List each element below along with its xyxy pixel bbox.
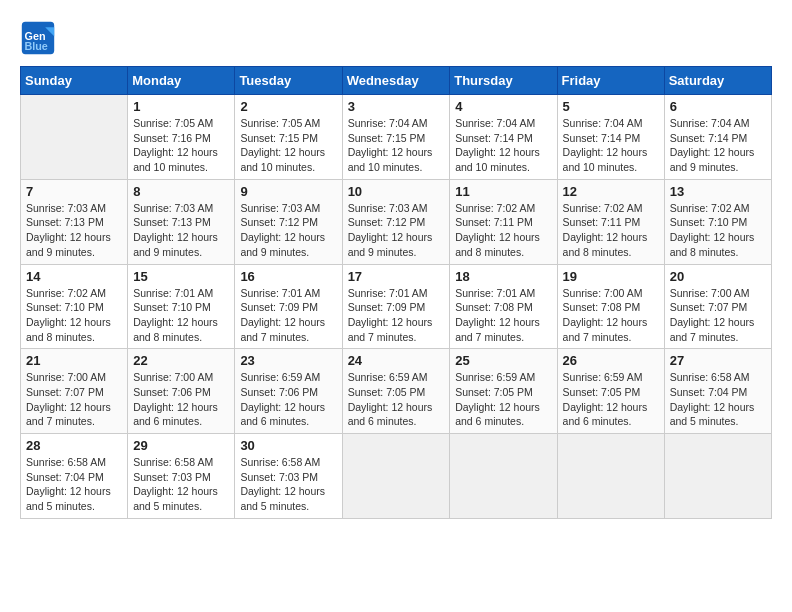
calendar-cell: 8Sunrise: 7:03 AM Sunset: 7:13 PM Daylig… <box>128 179 235 264</box>
calendar-cell <box>342 434 450 519</box>
day-number: 19 <box>563 269 659 284</box>
day-number: 25 <box>455 353 551 368</box>
day-info: Sunrise: 7:01 AM Sunset: 7:09 PM Dayligh… <box>348 286 445 345</box>
day-info: Sunrise: 7:04 AM Sunset: 7:14 PM Dayligh… <box>455 116 551 175</box>
calendar-cell: 5Sunrise: 7:04 AM Sunset: 7:14 PM Daylig… <box>557 95 664 180</box>
day-info: Sunrise: 7:04 AM Sunset: 7:14 PM Dayligh… <box>563 116 659 175</box>
calendar: SundayMondayTuesdayWednesdayThursdayFrid… <box>20 66 772 519</box>
logo-icon: Gen Blue <box>20 20 56 56</box>
calendar-cell: 17Sunrise: 7:01 AM Sunset: 7:09 PM Dayli… <box>342 264 450 349</box>
calendar-cell: 29Sunrise: 6:58 AM Sunset: 7:03 PM Dayli… <box>128 434 235 519</box>
calendar-cell: 24Sunrise: 6:59 AM Sunset: 7:05 PM Dayli… <box>342 349 450 434</box>
day-info: Sunrise: 7:00 AM Sunset: 7:07 PM Dayligh… <box>26 370 122 429</box>
weekday-header-wednesday: Wednesday <box>342 67 450 95</box>
day-number: 2 <box>240 99 336 114</box>
weekday-header-thursday: Thursday <box>450 67 557 95</box>
day-number: 3 <box>348 99 445 114</box>
logo: Gen Blue <box>20 20 62 56</box>
day-number: 5 <box>563 99 659 114</box>
day-number: 28 <box>26 438 122 453</box>
calendar-cell: 9Sunrise: 7:03 AM Sunset: 7:12 PM Daylig… <box>235 179 342 264</box>
day-info: Sunrise: 7:03 AM Sunset: 7:13 PM Dayligh… <box>26 201 122 260</box>
calendar-cell: 21Sunrise: 7:00 AM Sunset: 7:07 PM Dayli… <box>21 349 128 434</box>
day-info: Sunrise: 7:03 AM Sunset: 7:12 PM Dayligh… <box>240 201 336 260</box>
calendar-week-row: 21Sunrise: 7:00 AM Sunset: 7:07 PM Dayli… <box>21 349 772 434</box>
day-info: Sunrise: 7:04 AM Sunset: 7:15 PM Dayligh… <box>348 116 445 175</box>
day-number: 23 <box>240 353 336 368</box>
calendar-cell: 14Sunrise: 7:02 AM Sunset: 7:10 PM Dayli… <box>21 264 128 349</box>
calendar-cell: 3Sunrise: 7:04 AM Sunset: 7:15 PM Daylig… <box>342 95 450 180</box>
day-number: 8 <box>133 184 229 199</box>
calendar-cell: 18Sunrise: 7:01 AM Sunset: 7:08 PM Dayli… <box>450 264 557 349</box>
calendar-cell <box>450 434 557 519</box>
day-info: Sunrise: 7:01 AM Sunset: 7:09 PM Dayligh… <box>240 286 336 345</box>
day-info: Sunrise: 7:05 AM Sunset: 7:16 PM Dayligh… <box>133 116 229 175</box>
day-number: 14 <box>26 269 122 284</box>
calendar-week-row: 28Sunrise: 6:58 AM Sunset: 7:04 PM Dayli… <box>21 434 772 519</box>
calendar-cell: 27Sunrise: 6:58 AM Sunset: 7:04 PM Dayli… <box>664 349 771 434</box>
day-info: Sunrise: 7:02 AM Sunset: 7:10 PM Dayligh… <box>670 201 766 260</box>
weekday-header-row: SundayMondayTuesdayWednesdayThursdayFrid… <box>21 67 772 95</box>
day-number: 10 <box>348 184 445 199</box>
calendar-week-row: 1Sunrise: 7:05 AM Sunset: 7:16 PM Daylig… <box>21 95 772 180</box>
calendar-cell: 26Sunrise: 6:59 AM Sunset: 7:05 PM Dayli… <box>557 349 664 434</box>
day-info: Sunrise: 6:58 AM Sunset: 7:03 PM Dayligh… <box>133 455 229 514</box>
day-info: Sunrise: 7:02 AM Sunset: 7:10 PM Dayligh… <box>26 286 122 345</box>
day-info: Sunrise: 7:01 AM Sunset: 7:10 PM Dayligh… <box>133 286 229 345</box>
calendar-cell <box>557 434 664 519</box>
page-header: Gen Blue <box>20 20 772 56</box>
calendar-cell: 2Sunrise: 7:05 AM Sunset: 7:15 PM Daylig… <box>235 95 342 180</box>
day-info: Sunrise: 7:00 AM Sunset: 7:06 PM Dayligh… <box>133 370 229 429</box>
calendar-cell: 28Sunrise: 6:58 AM Sunset: 7:04 PM Dayli… <box>21 434 128 519</box>
svg-text:Blue: Blue <box>25 40 48 52</box>
weekday-header-saturday: Saturday <box>664 67 771 95</box>
day-number: 24 <box>348 353 445 368</box>
day-number: 27 <box>670 353 766 368</box>
calendar-cell: 25Sunrise: 6:59 AM Sunset: 7:05 PM Dayli… <box>450 349 557 434</box>
day-info: Sunrise: 6:59 AM Sunset: 7:05 PM Dayligh… <box>455 370 551 429</box>
day-number: 13 <box>670 184 766 199</box>
day-info: Sunrise: 7:04 AM Sunset: 7:14 PM Dayligh… <box>670 116 766 175</box>
day-info: Sunrise: 6:58 AM Sunset: 7:04 PM Dayligh… <box>670 370 766 429</box>
calendar-cell: 1Sunrise: 7:05 AM Sunset: 7:16 PM Daylig… <box>128 95 235 180</box>
calendar-cell: 4Sunrise: 7:04 AM Sunset: 7:14 PM Daylig… <box>450 95 557 180</box>
weekday-header-monday: Monday <box>128 67 235 95</box>
day-number: 11 <box>455 184 551 199</box>
day-number: 30 <box>240 438 336 453</box>
calendar-cell: 30Sunrise: 6:58 AM Sunset: 7:03 PM Dayli… <box>235 434 342 519</box>
calendar-cell: 10Sunrise: 7:03 AM Sunset: 7:12 PM Dayli… <box>342 179 450 264</box>
day-number: 29 <box>133 438 229 453</box>
day-info: Sunrise: 7:03 AM Sunset: 7:13 PM Dayligh… <box>133 201 229 260</box>
day-number: 26 <box>563 353 659 368</box>
day-number: 4 <box>455 99 551 114</box>
day-info: Sunrise: 6:59 AM Sunset: 7:06 PM Dayligh… <box>240 370 336 429</box>
day-number: 17 <box>348 269 445 284</box>
day-info: Sunrise: 6:58 AM Sunset: 7:04 PM Dayligh… <box>26 455 122 514</box>
weekday-header-friday: Friday <box>557 67 664 95</box>
calendar-cell: 13Sunrise: 7:02 AM Sunset: 7:10 PM Dayli… <box>664 179 771 264</box>
day-info: Sunrise: 7:02 AM Sunset: 7:11 PM Dayligh… <box>455 201 551 260</box>
calendar-cell: 22Sunrise: 7:00 AM Sunset: 7:06 PM Dayli… <box>128 349 235 434</box>
calendar-cell: 7Sunrise: 7:03 AM Sunset: 7:13 PM Daylig… <box>21 179 128 264</box>
calendar-cell: 12Sunrise: 7:02 AM Sunset: 7:11 PM Dayli… <box>557 179 664 264</box>
day-number: 6 <box>670 99 766 114</box>
calendar-cell: 20Sunrise: 7:00 AM Sunset: 7:07 PM Dayli… <box>664 264 771 349</box>
calendar-cell: 15Sunrise: 7:01 AM Sunset: 7:10 PM Dayli… <box>128 264 235 349</box>
day-number: 12 <box>563 184 659 199</box>
day-number: 16 <box>240 269 336 284</box>
day-info: Sunrise: 6:59 AM Sunset: 7:05 PM Dayligh… <box>348 370 445 429</box>
calendar-cell <box>21 95 128 180</box>
day-info: Sunrise: 6:58 AM Sunset: 7:03 PM Dayligh… <box>240 455 336 514</box>
day-number: 21 <box>26 353 122 368</box>
calendar-cell: 6Sunrise: 7:04 AM Sunset: 7:14 PM Daylig… <box>664 95 771 180</box>
day-number: 20 <box>670 269 766 284</box>
weekday-header-tuesday: Tuesday <box>235 67 342 95</box>
day-info: Sunrise: 7:03 AM Sunset: 7:12 PM Dayligh… <box>348 201 445 260</box>
day-number: 22 <box>133 353 229 368</box>
day-number: 7 <box>26 184 122 199</box>
calendar-cell: 19Sunrise: 7:00 AM Sunset: 7:08 PM Dayli… <box>557 264 664 349</box>
day-number: 9 <box>240 184 336 199</box>
day-number: 15 <box>133 269 229 284</box>
day-info: Sunrise: 7:00 AM Sunset: 7:08 PM Dayligh… <box>563 286 659 345</box>
calendar-cell <box>664 434 771 519</box>
